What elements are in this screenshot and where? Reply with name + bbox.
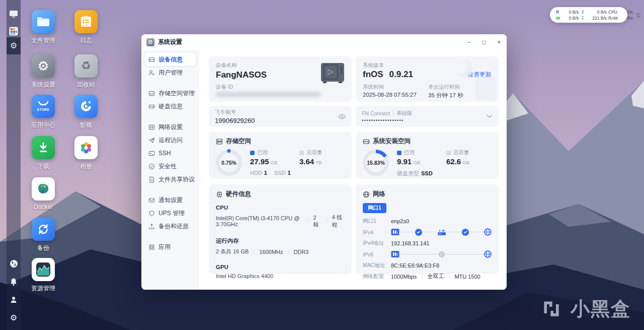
terminal-icon <box>148 150 155 157</box>
storage-total-unit: TB <box>315 160 321 165</box>
desktop-icon-file-manager[interactable]: 文件管理 <box>23 10 63 45</box>
sidebar-item-ssh[interactable]: SSH <box>145 147 196 160</box>
network-title: 网络 <box>373 190 385 199</box>
shield-check-icon <box>148 163 155 170</box>
fn-account-panel: 飞牛账号 19906929260 <box>209 106 352 127</box>
hardware-info-panel: 硬件信息 CPU Intel(R) Core(TM) i3-4170 CPU @… <box>209 184 352 274</box>
ipv4-connection-diagram <box>391 228 492 236</box>
sidebar-item-security[interactable]: 安全性 <box>145 160 196 173</box>
sidebar-item-user-management[interactable]: 用户管理 <box>145 66 196 79</box>
fn-account-value: 19906929260 <box>215 117 255 124</box>
system-settings-window: ⚙ 系统设置 − □ × 设备信息 用户管理 存储空间管理 硬盘信息 <box>141 34 507 290</box>
envelope-icon <box>148 197 155 204</box>
disk-write-value: 0 B/s <box>562 16 579 21</box>
divider <box>254 249 254 254</box>
desktop-icon-app-center[interactable]: STORE 应用中心 <box>23 95 63 129</box>
sidebar-item-backup-restore[interactable]: 备份和还原 <box>145 220 196 233</box>
window-title: 系统设置 <box>158 38 182 46</box>
system-space-percent: 15.83% <box>367 160 385 166</box>
cpu-model: Intel(R) Core(TM) i3-4170 CPU @ 3.70GHz <box>216 215 303 227</box>
gpu-model: Intel HD Graphics 4400 <box>216 273 273 279</box>
chevron-down-icon[interactable] <box>487 114 493 118</box>
sidebar-item-notification-settings[interactable]: 通知设置 <box>145 193 196 207</box>
notifications-bell-icon[interactable] <box>9 277 19 287</box>
close-button[interactable]: × <box>492 34 507 50</box>
user-account-icon[interactable] <box>9 295 19 305</box>
ssd-count: 1 <box>288 170 291 176</box>
ups-icon <box>148 210 155 217</box>
minimize-button[interactable]: − <box>461 34 476 50</box>
network-icon <box>148 124 155 130</box>
system-used-value: 9.91 <box>397 157 412 166</box>
divider <box>393 111 393 116</box>
storage-stack-icon <box>216 138 223 145</box>
window-titlebar[interactable]: ⚙ 系统设置 − □ × <box>141 34 507 50</box>
network-port-tab[interactable]: 网口1 <box>363 203 386 213</box>
app-launcher-icon[interactable] <box>9 26 19 36</box>
divider <box>327 219 327 224</box>
sidebar-item-device-info[interactable]: 设备信息 <box>145 53 196 66</box>
mac-address-label: MAC地址 <box>363 262 391 269</box>
desktop-icon-recycle-bin[interactable]: ♻ 回收站 <box>66 54 106 89</box>
fn-connect-panel: FN Connect 基础版 •••••••••••••••••• <box>356 106 499 127</box>
eye-icon[interactable] <box>338 114 346 119</box>
desktop-icon-download[interactable]: 下载 <box>23 136 63 171</box>
sidebar-item-remote-access[interactable]: 远程访问 <box>145 134 196 147</box>
sidebar-item-applications[interactable]: 应用 <box>145 240 196 253</box>
system-monitor-widget[interactable]: R 0 B/s ↥ 0 B/s CPU 1% W 0 B/s ↧ 221 B/s… <box>550 7 627 23</box>
memory-section-label: 运行内存 <box>216 237 345 245</box>
os-version-number: 0.9.21 <box>389 70 413 80</box>
storage-used-value: 27.95 <box>250 157 269 166</box>
gpu-section-label: GPU <box>216 264 345 270</box>
paper-plane-icon <box>148 137 155 144</box>
maximize-button[interactable]: □ <box>476 34 492 50</box>
nic-icon <box>391 228 399 236</box>
panel-decoration <box>475 77 496 100</box>
disk-write-key: W <box>556 16 561 21</box>
hdd-label: HDD <box>250 170 262 176</box>
fn-connect-masked-value: •••••••••••••••••• <box>362 118 413 123</box>
router-icon <box>437 228 446 236</box>
cpu-cores: 2 核 <box>313 215 321 228</box>
desktop-icon-logs[interactable]: 日志 <box>66 10 106 45</box>
user-icon <box>148 70 155 76</box>
desktop-icon-photos[interactable]: 相册 <box>66 136 106 171</box>
desktop-icon-resource-monitor[interactable]: 资源管理 <box>23 258 63 293</box>
watermark: 小黑盒 <box>538 296 631 322</box>
ssd-label: SSD <box>274 170 286 176</box>
transfer-tasks-icon[interactable] <box>9 258 19 269</box>
cpu-label: CPU <box>608 10 621 15</box>
desktop-icon-system-settings[interactable]: ⚙ 系统设置 <box>23 54 63 89</box>
memory-type: DDR3 <box>294 249 309 255</box>
uptime-label: 本次运行时间 <box>428 84 463 91</box>
desktop-icon-video[interactable]: 影视 <box>66 95 106 129</box>
sidebar-item-file-sharing[interactable]: 文件共享协议 <box>145 173 196 186</box>
divider <box>449 274 449 279</box>
storage-donut-marker <box>227 149 231 153</box>
desktop-icon-docker[interactable]: Docker <box>23 177 63 211</box>
device-id-redacted <box>216 92 320 97</box>
moon-decoration <box>450 58 472 81</box>
used-label: 已用 <box>404 149 415 156</box>
storage-space-title: 存储空间 <box>226 137 251 146</box>
download-icon: ↧ <box>580 16 585 21</box>
hdd-count: 1 <box>264 170 267 176</box>
hardware-chip-icon <box>216 191 223 198</box>
total-label: 总容量 <box>306 149 323 156</box>
show-desktop-icon[interactable] <box>9 9 19 19</box>
hardware-info-title: 硬件信息 <box>226 190 251 199</box>
system-total-value: 62.6 <box>446 157 461 166</box>
desktop-icon-backup[interactable]: 备份 <box>23 218 63 252</box>
sidebar-item-storage-pool[interactable]: 存储空间管理 <box>145 87 196 100</box>
system-install-space-panel: 系统安装空间 15.83% 已用 9.91GB <box>356 132 499 178</box>
sidebar-item-ups-management[interactable]: UPS 管理 <box>145 207 196 220</box>
ipv4-label: IPv4 <box>363 229 391 235</box>
dock-active-app-settings[interactable]: ⚙ <box>7 37 21 54</box>
sidebar-item-disk-info[interactable]: 硬盘信息 <box>145 100 196 113</box>
settings-sidebar: 设备信息 用户管理 存储空间管理 硬盘信息 网络设置 远程访问 <box>141 50 199 290</box>
cpu-section-label: CPU <box>216 205 345 211</box>
dock-settings-gear-icon[interactable]: ⚙ <box>9 313 19 323</box>
chevron-double-down-icon[interactable] <box>636 12 641 18</box>
network-panel: 网络 网口1 网口1 enp2s0 IPv4 <box>356 184 499 274</box>
sidebar-item-network-settings[interactable]: 网络设置 <box>145 120 196 134</box>
